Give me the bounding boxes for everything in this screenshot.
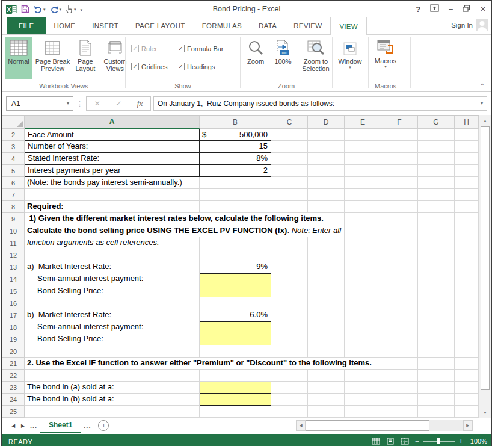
cell-D24[interactable]	[308, 394, 345, 406]
cell-H20[interactable]	[455, 345, 479, 358]
cell-C14[interactable]	[271, 273, 308, 285]
cell-D8[interactable]	[308, 201, 345, 213]
cell-H8[interactable]	[455, 201, 479, 213]
zoom-slider-track[interactable]	[423, 441, 455, 442]
cell-B17[interactable]: 6.0%	[200, 309, 271, 321]
cell-G16[interactable]	[418, 297, 455, 309]
cell-A19[interactable]: Bond Selling Price:	[25, 333, 200, 345]
cell-D23[interactable]	[308, 382, 345, 394]
cell-A7[interactable]	[25, 189, 200, 201]
column-header-A[interactable]: A	[25, 116, 200, 129]
vertical-scrollbar-thumb[interactable]	[481, 126, 490, 390]
cell-E16[interactable]	[345, 297, 381, 309]
tab-formulas[interactable]: FORMULAS	[194, 17, 250, 34]
horizontal-scrollbar-track[interactable]	[429, 420, 463, 431]
scroll-up-icon[interactable]: ▲	[479, 115, 491, 126]
cell-B8[interactable]	[200, 201, 271, 213]
cell-F7[interactable]	[381, 189, 418, 201]
cell-B6[interactable]	[200, 177, 271, 189]
cell-A20[interactable]	[25, 345, 200, 358]
cell-G8[interactable]	[418, 201, 455, 213]
cell-E20[interactable]	[345, 345, 381, 358]
cell-F6[interactable]	[381, 177, 418, 189]
cell-E6[interactable]	[345, 177, 381, 189]
cell-F11[interactable]	[381, 237, 418, 249]
cell-F15[interactable]	[381, 285, 418, 297]
name-box-dropdown-icon[interactable]: ▾	[67, 101, 69, 106]
cell-G17[interactable]	[418, 309, 455, 321]
cell-A22[interactable]	[25, 370, 200, 382]
cell-B25[interactable]	[200, 406, 271, 418]
cell-C23[interactable]	[271, 382, 308, 394]
cell-H14[interactable]	[455, 273, 479, 285]
status-page-break-view-icon[interactable]	[401, 438, 409, 445]
cell-G5[interactable]	[418, 165, 455, 177]
zoom-to-selection-button[interactable]: Zoom to Selection	[297, 37, 334, 79]
redo-dropdown-icon[interactable]: ▾	[60, 7, 62, 11]
cell-D19[interactable]	[308, 333, 345, 345]
cell-B12[interactable]	[200, 249, 271, 261]
column-header-E[interactable]: E	[345, 116, 381, 129]
avatar[interactable]	[476, 19, 488, 31]
zoom-slider-thumb[interactable]	[437, 438, 440, 444]
formula-bar-checkbox[interactable]: ✓ Formula Bar	[177, 45, 224, 52]
cell-C22[interactable]	[271, 370, 308, 382]
cell-A11[interactable]: function arguments as cell references.	[25, 237, 200, 249]
cell-F5[interactable]	[381, 165, 418, 177]
cell-E23[interactable]	[345, 382, 381, 394]
cell-G14[interactable]	[418, 273, 455, 285]
cell-E25[interactable]	[345, 406, 381, 418]
sheet-ellipsis-left[interactable]: ...	[28, 422, 40, 429]
scroll-left-icon[interactable]: ◀	[296, 420, 306, 431]
cell-B20[interactable]	[200, 345, 271, 358]
cell-A4[interactable]: Stated Interest Rate:	[25, 153, 200, 165]
row-header-15[interactable]: 15	[2, 285, 25, 297]
horizontal-scrollbar-thumb[interactable]	[306, 420, 429, 431]
undo-button[interactable]: ▾	[34, 5, 46, 13]
cell-C4[interactable]	[271, 153, 308, 165]
cell-F22[interactable]	[381, 370, 418, 382]
tab-page-layout[interactable]: PAGE LAYOUT	[127, 17, 194, 34]
cell-C25[interactable]	[271, 406, 308, 418]
row-header-12[interactable]: 12	[2, 249, 25, 261]
cell-B3[interactable]: 15	[200, 141, 271, 153]
save-button[interactable]	[21, 5, 29, 13]
cell-D7[interactable]	[308, 189, 345, 201]
cell-E18[interactable]	[345, 321, 381, 333]
cell-A23[interactable]: The bond in (a) sold at a:	[25, 382, 200, 394]
row-header-11[interactable]: 11	[2, 237, 25, 249]
cell-F9[interactable]	[381, 213, 418, 225]
row-header-23[interactable]: 23	[2, 382, 25, 394]
row-header-14[interactable]: 14	[2, 273, 25, 285]
cell-F17[interactable]	[381, 309, 418, 321]
cell-B15[interactable]	[200, 285, 271, 297]
cell-H16[interactable]	[455, 297, 479, 309]
enter-icon[interactable]: ✓	[115, 99, 121, 108]
cell-F25[interactable]	[381, 406, 418, 418]
cell-B11[interactable]	[200, 237, 271, 249]
scroll-right-icon[interactable]: ▶	[463, 420, 473, 431]
cell-C19[interactable]	[271, 333, 308, 345]
row-header-19[interactable]: 19	[2, 333, 25, 345]
cell-D25[interactable]	[308, 406, 345, 418]
zoom-100-button[interactable]: 100 100%	[271, 37, 294, 79]
sheet-tab-sheet1[interactable]: Sheet1	[40, 418, 81, 433]
cell-D18[interactable]	[308, 321, 345, 333]
cell-G25[interactable]	[418, 406, 455, 418]
cell-H11[interactable]	[455, 237, 479, 249]
cell-C18[interactable]	[271, 321, 308, 333]
cell-B14[interactable]	[200, 273, 271, 285]
cell-A6[interactable]: (Note: the bonds pay interest semi-annua…	[25, 177, 200, 189]
cell-C8[interactable]	[271, 201, 308, 213]
cell-G10[interactable]	[418, 225, 455, 237]
cell-D20[interactable]	[308, 345, 345, 358]
column-header-C[interactable]: C	[271, 116, 308, 129]
row-header-13[interactable]: 13	[2, 261, 25, 273]
cell-F20[interactable]	[381, 345, 418, 358]
page-break-preview-button[interactable]: Page Break Preview	[35, 37, 70, 79]
horizontal-scrollbar[interactable]: ◀ ▶	[296, 420, 473, 431]
cell-A2[interactable]: Face Amount	[25, 129, 200, 141]
cell-B16[interactable]	[200, 297, 271, 309]
cell-G3[interactable]	[418, 141, 455, 153]
ruler-checkbox[interactable]: ✓ Ruler	[131, 45, 157, 52]
